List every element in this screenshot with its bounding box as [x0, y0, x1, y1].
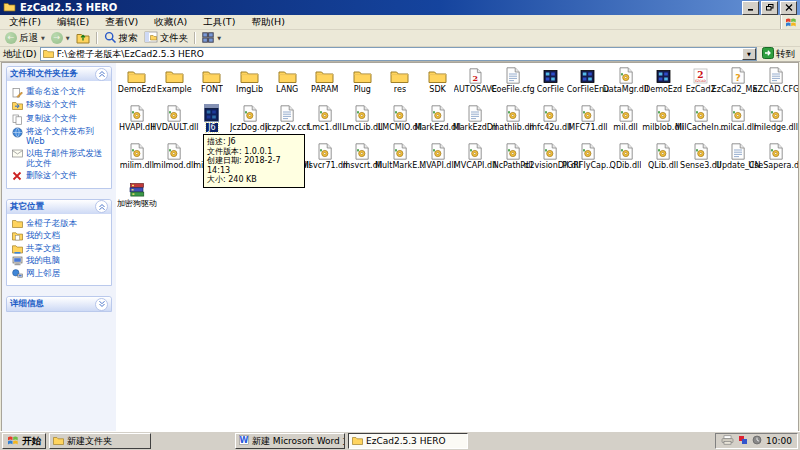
tray-app-icon[interactable]	[738, 435, 748, 447]
file-item[interactable]: MVCAPI.dll	[456, 140, 494, 178]
sidebar-task-link[interactable]: 将这个文件发布到 Web	[11, 127, 109, 147]
address-combo[interactable]: F:\金橙子老版本\EzCad2.5.3 HERO ▼	[40, 47, 757, 61]
chevron-up-icon[interactable]	[95, 200, 108, 213]
file-item[interactable]: DataMgr.dll	[607, 64, 645, 102]
taskbar-task-button[interactable]: W新建 Microsoft Word 文...	[235, 433, 345, 449]
file-item[interactable]: milmod.dll	[156, 140, 194, 178]
file-item[interactable]: LMCMIO.dll	[381, 102, 419, 140]
panel-header[interactable]: 文件和文件夹任务	[7, 67, 111, 81]
back-button[interactable]: ← 后退 ▼	[3, 31, 47, 45]
file-item[interactable]: Msvcr71.dll	[306, 140, 344, 178]
taskbar-clock[interactable]: 10:00	[766, 436, 792, 446]
file-item[interactable]: miledge.dll	[757, 102, 795, 140]
folders-button[interactable]: 文件夹	[142, 31, 191, 45]
file-item[interactable]: 加密狗驱动	[118, 178, 156, 216]
file-item[interactable]: HVAPI.dll	[118, 102, 156, 140]
sidebar-task-link[interactable]: 金橙子老版本	[11, 219, 109, 229]
go-button[interactable]: 转到	[760, 47, 797, 61]
back-dropdown-icon[interactable]: ▼	[41, 35, 45, 41]
file-item[interactable]: QLib.dll	[644, 140, 682, 178]
file-item[interactable]: mil.dll	[607, 102, 645, 140]
sidebar-task-link[interactable]: 删除这个文件	[11, 171, 109, 181]
menu-items: 文件(F)编辑(E)查看(V)收藏(A)工具(T)帮助(H)	[1, 16, 293, 29]
views-dropdown-icon[interactable]: ▼	[217, 35, 221, 41]
taskbar-task-button[interactable]: EzCad2.5.3 HERO	[348, 433, 468, 449]
file-item[interactable]: CorFileEnu	[569, 64, 607, 102]
menu-item[interactable]: 工具(T)	[195, 16, 243, 29]
file-item[interactable]: Example	[156, 64, 194, 102]
file-item[interactable]: res	[381, 64, 419, 102]
file-item[interactable]: milcal.dll	[720, 102, 758, 140]
sidebar-task-link[interactable]: 网上邻居	[11, 269, 109, 279]
file-item[interactable]: msvcrt.dll	[344, 140, 382, 178]
forward-dropdown-icon[interactable]: ▼	[66, 35, 70, 41]
sidebar-task-link[interactable]: 共享文档	[11, 244, 109, 254]
address-input[interactable]: F:\金橙子老版本\EzCad2.5.3 HERO	[57, 48, 739, 61]
file-item[interactable]: Pc2visionDll.dll	[532, 140, 570, 178]
minimize-button[interactable]	[742, 1, 759, 15]
address-dropdown-icon[interactable]: ▼	[742, 48, 756, 60]
printer-icon[interactable]	[721, 435, 734, 447]
file-item[interactable]: milblob.dll	[644, 102, 682, 140]
file-item[interactable]: MVAPI.dll	[419, 140, 457, 178]
file-item[interactable]: mathlib.dll	[494, 102, 532, 140]
toolbar-separator	[194, 32, 196, 44]
file-item[interactable]: Lmc1.dll	[306, 102, 344, 140]
file-item[interactable]: Plug	[344, 64, 382, 102]
file-item[interactable]: 2EZCADEzCad2	[682, 64, 720, 102]
menu-item[interactable]: 编辑(E)	[49, 16, 97, 29]
file-item[interactable]: MarkEzd.dll	[419, 102, 457, 140]
sidebar-task-link[interactable]: 复制这个文件	[11, 114, 109, 125]
file-item[interactable]: MarkEzdDll	[456, 102, 494, 140]
forward-button[interactable]: → ▼	[49, 31, 72, 45]
file-item[interactable]: mfc42u.dll	[532, 102, 570, 140]
file-item[interactable]: PARAM	[306, 64, 344, 102]
file-item[interactable]: EZCAD.CFG	[757, 64, 795, 102]
file-item[interactable]: MultMarkE...	[381, 140, 419, 178]
file-item[interactable]: CorFile	[532, 64, 570, 102]
file-item[interactable]: UseSapera.dll	[757, 140, 795, 178]
chevron-up-icon[interactable]	[95, 68, 108, 81]
file-item[interactable]: Update_CN	[720, 140, 758, 178]
close-button[interactable]	[780, 1, 797, 15]
file-item[interactable]: ImgLib	[231, 64, 269, 102]
sidebar-panel: 详细信息	[6, 296, 112, 312]
panel-header[interactable]: 其它位置	[7, 200, 111, 214]
menu-item[interactable]: 文件(F)	[1, 16, 49, 29]
up-button[interactable]	[74, 31, 92, 45]
sidebar-task-link[interactable]: 重命名这个文件	[11, 87, 109, 98]
views-button[interactable]: ▼	[200, 31, 223, 45]
file-item[interactable]: ?EzCad2_Ma...	[720, 64, 758, 102]
file-item[interactable]: Sense3.dll	[682, 140, 720, 178]
file-item[interactable]: QDib.dll	[607, 140, 645, 178]
file-item[interactable]: FONT	[193, 64, 231, 102]
restore-button[interactable]	[761, 1, 778, 15]
menu-item[interactable]: 查看(V)	[97, 16, 146, 29]
chevron-down-icon[interactable]	[95, 298, 108, 311]
sidebar-task-link[interactable]: 移动这个文件	[11, 100, 109, 111]
menu-item[interactable]: 帮助(H)	[243, 16, 293, 29]
start-button[interactable]: 开始	[2, 433, 46, 449]
file-item[interactable]: LmcLib.dll	[344, 102, 382, 140]
panel-body: 重命名这个文件移动这个文件复制这个文件将这个文件发布到 Web以电子邮件形式发送…	[7, 81, 111, 188]
sidebar-task-link[interactable]: 以电子邮件形式发送此文件	[11, 149, 109, 169]
file-item[interactable]: CoeFile.cfg	[494, 64, 532, 102]
file-item[interactable]: PGRFlyCap...	[569, 140, 607, 178]
menu-item[interactable]: 收藏(A)	[146, 16, 195, 29]
file-item[interactable]: LANG	[268, 64, 306, 102]
file-item[interactable]: MFC71.dll	[569, 102, 607, 140]
tray-scheduler-icon[interactable]	[752, 435, 762, 447]
file-item[interactable]: HVDAULT.dll	[156, 102, 194, 140]
sidebar-task-link[interactable]: 我的文档	[11, 231, 109, 241]
file-item[interactable]: NcPath.dll	[494, 140, 532, 178]
file-item[interactable]: SDK	[419, 64, 457, 102]
file-item[interactable]: 2AUTOSAVE	[456, 64, 494, 102]
search-button[interactable]: 搜索	[102, 31, 140, 45]
sidebar-task-link[interactable]: 我的电脑	[11, 256, 109, 266]
file-item[interactable]: DemoEzd	[644, 64, 682, 102]
file-item[interactable]: DemoEzd	[118, 64, 156, 102]
taskbar-task-button[interactable]: 新建文件夹	[49, 433, 151, 449]
panel-header[interactable]: 详细信息	[7, 297, 111, 311]
file-item[interactable]: MilCacheIn...	[682, 102, 720, 140]
file-item[interactable]: milim.dll	[118, 140, 156, 178]
